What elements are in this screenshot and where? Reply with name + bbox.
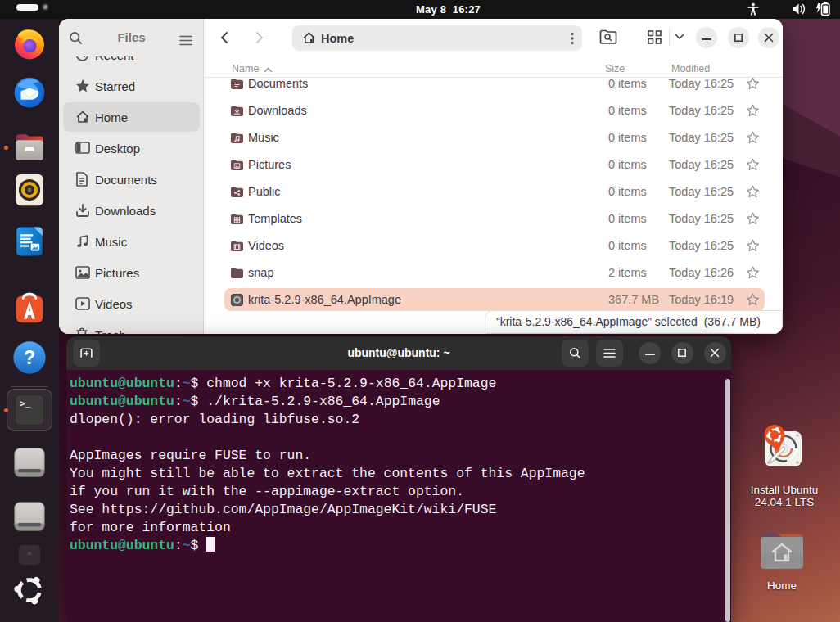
svg-text:?: ?: [24, 347, 35, 368]
svg-text:>_: >_: [20, 399, 31, 409]
